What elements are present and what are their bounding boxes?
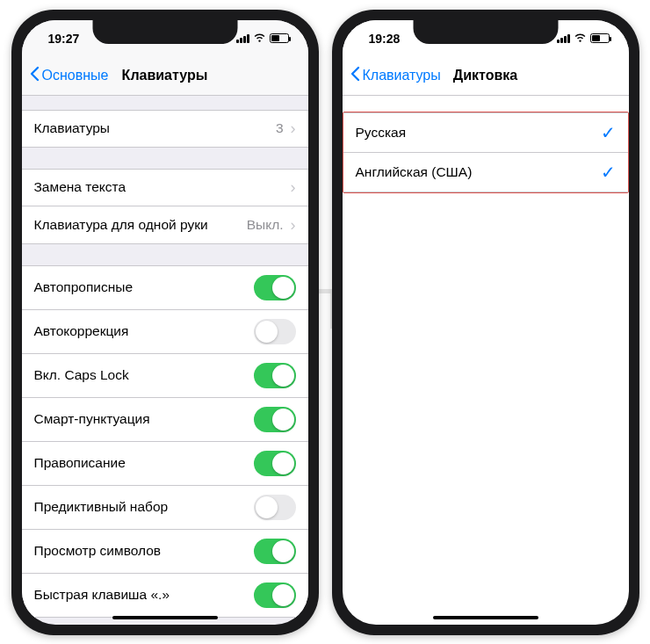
row-toggle[interactable]: Быстрая клавиша «.» xyxy=(22,574,308,618)
checkmark-icon: ✓ xyxy=(601,122,616,143)
row-toggle[interactable]: Автокоррекция xyxy=(22,310,308,354)
home-indicator[interactable] xyxy=(433,616,538,619)
row-label: Клавиатура для одной руки xyxy=(34,217,208,233)
row-toggle[interactable]: Автопрописные xyxy=(22,265,308,310)
back-button[interactable]: Клавиатуры xyxy=(343,66,441,85)
home-indicator[interactable] xyxy=(112,616,218,619)
row-value: Выкл. xyxy=(247,217,284,233)
nav-bar: Основные Клавиатуры xyxy=(22,57,308,96)
status-icons xyxy=(557,32,610,46)
row-label: Смарт-пунктуация xyxy=(34,411,150,427)
row-label: Вкл. Caps Lock xyxy=(34,367,129,383)
battery-icon xyxy=(590,33,610,43)
toggle-switch[interactable] xyxy=(254,582,296,608)
back-label: Клавиатуры xyxy=(363,68,441,83)
toggle-switch[interactable] xyxy=(254,407,296,432)
chevron-left-icon xyxy=(350,66,360,85)
row-toggle[interactable]: Просмотр символов xyxy=(22,530,308,574)
row-label: Английская (США) xyxy=(356,164,473,180)
row-toggle[interactable]: Предиктивный набор xyxy=(22,486,308,530)
phone-right: 19:28 Клавиатуры Диктовка Русская✓Англий… xyxy=(332,10,639,635)
back-label: Основные xyxy=(42,68,109,83)
row-toggle[interactable]: Вкл. Caps Lock xyxy=(22,354,308,398)
toggle-switch[interactable] xyxy=(254,539,296,564)
phone-left: 19:27 Основные Клавиатуры Клавиатуры xyxy=(11,10,319,635)
signal-icon xyxy=(236,34,249,43)
row-toggle[interactable]: Правописание xyxy=(22,442,308,486)
row-language[interactable]: Русская✓ xyxy=(343,112,628,153)
row-one-handed[interactable]: Клавиатура для одной руки Выкл. › xyxy=(22,206,308,244)
signal-icon xyxy=(557,34,570,43)
back-button[interactable]: Основные xyxy=(22,66,109,85)
row-label: Русская xyxy=(356,125,407,141)
chevron-left-icon xyxy=(29,66,40,85)
chevron-right-icon: › xyxy=(291,179,296,195)
checkmark-icon: ✓ xyxy=(601,162,616,183)
page-title: Клавиатуры xyxy=(122,68,208,83)
highlight-languages: Русская✓Английская (США)✓ xyxy=(343,112,629,193)
row-language[interactable]: Английская (США)✓ xyxy=(343,153,628,192)
chevron-right-icon: › xyxy=(291,120,296,136)
row-label: Предиктивный набор xyxy=(34,499,169,515)
status-time: 19:27 xyxy=(48,32,80,46)
row-toggle[interactable]: Смарт-пунктуация xyxy=(22,398,308,442)
row-text-replacement[interactable]: Замена текста › xyxy=(22,169,308,206)
row-label: Замена текста xyxy=(34,179,126,195)
toggle-switch[interactable] xyxy=(254,451,296,476)
toggle-switch[interactable] xyxy=(254,495,296,520)
notch xyxy=(92,20,237,44)
notch xyxy=(413,20,558,44)
wifi-icon xyxy=(574,32,587,46)
row-keyboards[interactable]: Клавиатуры 3 › xyxy=(22,110,308,148)
battery-icon xyxy=(270,33,289,43)
status-icons xyxy=(236,32,289,46)
row-label: Просмотр символов xyxy=(34,543,162,559)
toggle-switch[interactable] xyxy=(254,319,296,344)
row-value: 3 xyxy=(276,120,284,136)
row-label: Правописание xyxy=(34,455,126,471)
dictation-content: Русская✓Английская (США)✓ xyxy=(343,96,629,625)
settings-content: Клавиатуры 3 › Замена текста › Клавиатур… xyxy=(22,96,308,625)
toggle-switch[interactable] xyxy=(254,363,296,388)
status-time: 19:28 xyxy=(369,32,401,46)
row-label: Быстрая клавиша «.» xyxy=(34,587,170,603)
toggle-switch[interactable] xyxy=(254,275,296,300)
chevron-right-icon: › xyxy=(291,217,296,233)
row-label: Автопрописные xyxy=(34,279,134,295)
nav-bar: Клавиатуры Диктовка xyxy=(343,57,629,96)
page-title: Диктовка xyxy=(453,68,517,83)
wifi-icon xyxy=(253,32,266,46)
row-label: Автокоррекция xyxy=(34,323,129,339)
row-label: Клавиатуры xyxy=(34,120,110,136)
